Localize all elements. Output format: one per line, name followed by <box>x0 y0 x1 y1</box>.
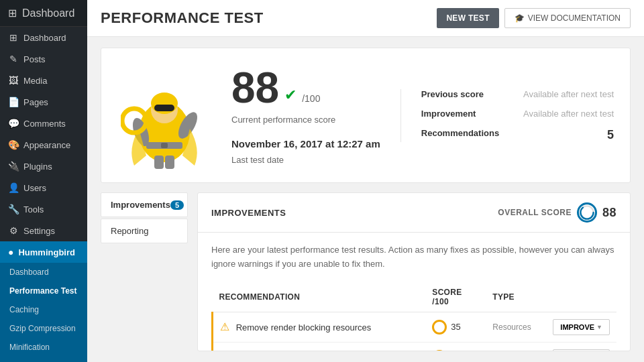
improvements-title: IMPROVEMENTS <box>211 208 286 218</box>
improvement-value: Available after next test <box>521 109 614 119</box>
hummingbird-icon: ● <box>8 247 13 257</box>
improve-button-0[interactable]: IMPROVE ▼ <box>553 319 610 335</box>
score-date: November 16, 2017 at 12:27 am <box>231 138 380 149</box>
col-action <box>546 282 616 312</box>
score-number-row: 88 ✔ /100 <box>231 66 380 109</box>
plugins-icon: 🔌 <box>8 161 19 172</box>
view-docs-button[interactable]: 🎓 VIEW DOCUMENTATION <box>504 8 631 28</box>
svg-rect-8 <box>165 156 174 169</box>
topbar-buttons: NEW TEST 🎓 VIEW DOCUMENTATION <box>437 8 631 28</box>
score-date-label: Last test date <box>231 155 380 165</box>
improvements-panel: IMPROVEMENTS OVERALL SCORE 88 Here <box>197 192 631 351</box>
settings-icon: ⚙ <box>8 225 19 236</box>
pages-icon: 📄 <box>8 97 19 107</box>
sidebar-item-users[interactable]: 👤 Users <box>0 177 87 198</box>
hummingbird-section: ● Hummingbird Dashboard Performance Test… <box>0 241 87 362</box>
dashboard-icon: ⊞ <box>8 7 17 19</box>
col-recommendation: Recommendation <box>213 282 426 312</box>
rec-label-0: ⚠ Remove render blocking resources <box>213 312 426 342</box>
col-type: Type <box>486 282 546 312</box>
score-label: Current performance score <box>231 115 380 125</box>
sidebar: ⊞ Dashboard ⊞ Dashboard ✎ Posts 🖼 Media … <box>0 0 87 362</box>
tab-improvements[interactable]: Improvements 5 <box>101 192 188 217</box>
sidebar-logo-label: Dashboard <box>22 7 74 19</box>
recommendations-table: Recommendation Score /100 Type ⚠ Remove … <box>211 282 616 351</box>
left-panel: Improvements 5 Reporting <box>101 192 188 351</box>
topbar: PERFORMANCE TEST NEW TEST 🎓 VIEW DOCUMEN… <box>87 0 644 37</box>
table-row: ⚠ Improve server response time 74 <box>213 342 617 351</box>
hummingbird-header[interactable]: ● Hummingbird <box>0 241 87 263</box>
score-outof: /100 <box>302 93 320 104</box>
sidebar-logo[interactable]: ⊞ Dashboard <box>0 0 87 27</box>
sidebar-item-comments[interactable]: 💬 Comments <box>0 113 87 134</box>
sidebar-item-media[interactable]: 🖼 Media <box>0 70 87 91</box>
hero-image <box>117 62 211 169</box>
rec-label-1: ⚠ Improve server response time <box>213 342 426 351</box>
dashboard-nav-icon: ⊞ <box>8 32 19 43</box>
sidebar-item-appearance[interactable]: 🎨 Appearance <box>0 134 87 156</box>
svg-rect-3 <box>154 105 174 111</box>
recommendations-value: 5 <box>521 128 614 142</box>
recommendations-label: Recommendations <box>421 128 501 142</box>
new-test-button[interactable]: NEW TEST <box>437 8 498 28</box>
score-meta: Previous score Available after next test… <box>400 89 614 142</box>
page-title: PERFORMANCE TEST <box>101 9 264 27</box>
sidebar-item-settings[interactable]: ⚙ Settings <box>0 220 87 241</box>
appearance-icon: 🎨 <box>8 139 19 150</box>
improvements-header: IMPROVEMENTS OVERALL SCORE 88 <box>198 193 630 233</box>
bottom-section: Improvements 5 Reporting IMPROVEMENTS OV… <box>101 192 631 351</box>
sidebar-item-hb-dashboard[interactable]: Dashboard <box>0 263 87 282</box>
svg-rect-10 <box>161 143 168 148</box>
superhero-svg <box>121 62 208 169</box>
comments-icon: 💬 <box>8 118 19 129</box>
media-icon: 🖼 <box>8 75 19 86</box>
table-row: ⚠ Remove render blocking resources 35 <box>213 312 617 342</box>
overall-score-circle <box>577 202 597 223</box>
svg-rect-7 <box>154 156 164 169</box>
sidebar-item-tools[interactable]: 🔧 Tools <box>0 198 87 220</box>
main-nav: ⊞ Dashboard ✎ Posts 🖼 Media 📄 Pages 💬 Co… <box>0 27 87 241</box>
chevron-down-icon: ▼ <box>596 324 602 330</box>
overall-score-section: OVERALL SCORE 88 <box>498 202 616 223</box>
hummingbird-subnav: Dashboard Performance Test Caching Gzip … <box>0 263 87 362</box>
previous-score-label: Previous score <box>421 89 501 99</box>
main-content: PERFORMANCE TEST NEW TEST 🎓 VIEW DOCUMEN… <box>87 0 644 362</box>
rec-score-1: 74 <box>425 342 486 351</box>
improve-button-1[interactable]: IMPROVE ▼ <box>553 349 610 351</box>
score-main: 88 ✔ /100 Current performance score Nove… <box>231 66 380 165</box>
improvement-label: Improvement <box>421 109 501 119</box>
score-check-icon: ✔ <box>284 86 297 104</box>
sidebar-item-plugins[interactable]: 🔌 Plugins <box>0 156 87 177</box>
sidebar-item-posts[interactable]: ✎ Posts <box>0 48 87 70</box>
tools-icon: 🔧 <box>8 204 19 215</box>
warning-icon-0: ⚠ <box>220 321 229 333</box>
improvements-badge: 5 <box>170 200 184 210</box>
score-circle-1 <box>432 350 447 351</box>
sidebar-item-hb-uptime[interactable]: Uptime <box>0 357 87 362</box>
improvements-body: Here are your latest performance test re… <box>198 233 630 351</box>
posts-icon: ✎ <box>8 54 19 64</box>
content-area: 88 ✔ /100 Current performance score Nove… <box>87 37 644 362</box>
improvements-description: Here are your latest performance test re… <box>211 243 616 272</box>
sidebar-item-hb-gzip[interactable]: Gzip Compression <box>0 319 87 338</box>
sidebar-item-dashboard[interactable]: ⊞ Dashboard <box>0 27 87 48</box>
overall-score-number: 88 <box>602 206 616 220</box>
rec-score-0: 35 <box>425 312 486 342</box>
rec-action-0: IMPROVE ▼ <box>546 312 616 342</box>
docs-icon: 🎓 <box>515 13 525 23</box>
rec-action-1: IMPROVE ▼ <box>546 342 616 351</box>
sidebar-item-pages[interactable]: 📄 Pages <box>0 91 87 113</box>
users-icon: 👤 <box>8 182 19 193</box>
score-card: 88 ✔ /100 Current performance score Nove… <box>101 48 631 183</box>
score-circle-0 <box>432 320 447 335</box>
score-number: 88 <box>231 66 279 109</box>
score-circle-svg <box>579 202 595 223</box>
rec-type-1: Server <box>486 342 546 351</box>
previous-score-value: Available after next test <box>521 89 614 99</box>
sidebar-item-hb-minification[interactable]: Minification <box>0 338 87 357</box>
tab-reporting[interactable]: Reporting <box>101 219 188 243</box>
sidebar-item-hb-performance[interactable]: Performance Test <box>0 282 87 300</box>
sidebar-item-hb-caching[interactable]: Caching <box>0 300 87 319</box>
col-score: Score /100 <box>425 282 486 312</box>
rec-type-0: Resources <box>486 312 546 342</box>
